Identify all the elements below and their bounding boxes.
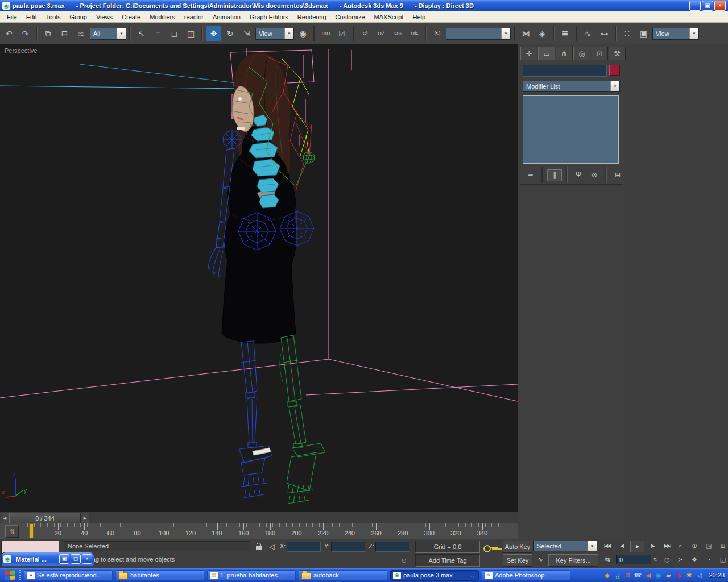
menu-file[interactable]: File xyxy=(2,13,22,22)
folder-sync-tray-icon[interactable]: ▰ xyxy=(664,571,672,579)
select-object-icon[interactable]: ↖ xyxy=(134,26,149,41)
select-and-rotate-icon[interactable]: ↻ xyxy=(222,26,238,41)
make-unique-icon[interactable]: Ψ xyxy=(572,170,585,181)
redo-icon[interactable]: ↷ xyxy=(18,26,33,41)
display-tab[interactable]: ⊡ xyxy=(591,47,608,60)
open-mini-curve-editor-icon[interactable]: ⇅ xyxy=(5,525,19,538)
pin-stack-icon[interactable]: ⊸ xyxy=(524,170,537,181)
x-coordinate-field[interactable] xyxy=(287,542,321,552)
task-document-prueba[interactable]: ▤1. prueba-habitantes... xyxy=(207,570,296,581)
menu-rendering[interactable]: Rendering xyxy=(293,13,331,22)
keyboard-override-icon[interactable]: ☑ xyxy=(334,26,350,41)
snap-toggle-3d-icon[interactable]: Ω³ xyxy=(357,26,373,41)
reference-coordinate-dropdown[interactable]: View▼ xyxy=(255,28,294,40)
menu-create[interactable]: Create xyxy=(117,13,145,22)
utilities-tab[interactable]: ⚒ xyxy=(609,47,626,60)
menu-modifiers[interactable]: Modifiers xyxy=(145,13,180,22)
task-media-player[interactable]: ◕Se está reproduciend... xyxy=(24,570,113,581)
schematic-view-icon[interactable]: ⊶ xyxy=(597,26,612,41)
menu-help[interactable]: Help xyxy=(408,13,431,22)
app-teal-tray-icon[interactable]: ◉ xyxy=(654,571,662,579)
rectangular-selection-region-icon[interactable]: ◻ xyxy=(167,26,182,41)
hierarchy-tab[interactable]: ⋔ xyxy=(556,47,573,60)
selection-filter-dropdown[interactable]: All▼ xyxy=(90,28,126,40)
remove-modifier-icon[interactable]: ⊘ xyxy=(588,170,601,181)
perspective-viewport[interactable]: x z y Perspective xyxy=(0,44,518,512)
go-to-end-button[interactable]: ▶▶| xyxy=(661,541,674,551)
ati-tray-icon[interactable]: ◆ xyxy=(675,571,682,579)
frame-spinner[interactable]: ⇅ xyxy=(652,555,659,564)
maximize-button[interactable]: ▢ xyxy=(71,554,81,564)
time-configuration-icon[interactable]: ◴ xyxy=(660,554,673,565)
track-bar[interactable]: ⇅ 02040608010012014016018020022024026028… xyxy=(0,523,518,539)
time-slider-handle[interactable]: 0 / 344 xyxy=(9,513,81,523)
menu-edit[interactable]: Edit xyxy=(22,13,42,22)
selection-lock-icon[interactable] xyxy=(253,541,265,552)
modify-tab[interactable]: ⌓ xyxy=(538,47,555,60)
curve-editor-icon[interactable]: ∿ xyxy=(580,26,595,41)
start-button[interactable] xyxy=(5,570,16,580)
create-tab[interactable]: ✛ xyxy=(520,47,537,60)
network-signal-tray-icon[interactable]: ⣴ xyxy=(613,571,621,579)
show-end-result-icon[interactable]: ∥ xyxy=(547,169,562,181)
menu-tools[interactable]: Tools xyxy=(42,13,65,22)
key-filters-button[interactable]: Key Filters... xyxy=(548,554,598,567)
unlink-selection-icon[interactable]: ⊟ xyxy=(57,26,72,41)
zoom-all-icon[interactable]: ⊕ xyxy=(688,541,701,551)
menu-views[interactable]: Views xyxy=(92,13,117,22)
modifier-list-dropdown[interactable]: Modifier List ▼ xyxy=(523,81,620,92)
previous-frame-arrow[interactable]: ◀ xyxy=(1,513,9,523)
absolute-mode-icon[interactable]: ◁ xyxy=(266,542,278,552)
network-error-tray-icon[interactable]: ⊠ xyxy=(623,571,631,579)
task-folder-autoback[interactable]: autoback xyxy=(299,570,387,581)
zoom-extents-icon[interactable]: ◳ xyxy=(702,541,715,551)
select-and-link-icon[interactable]: ⧉ xyxy=(40,26,56,41)
angle-snap-icon[interactable]: Ω∠ xyxy=(374,26,389,41)
menu-graph-editors[interactable]: Graph Editors xyxy=(245,13,293,22)
task-3dsmax[interactable]: ◉paula pose 3.max... xyxy=(390,570,479,581)
task-folder-habitantes[interactable]: habitantes xyxy=(115,570,204,581)
task-photoshop[interactable]: ✑Adobe Photoshop xyxy=(482,570,570,581)
restore-button[interactable]: ▣ xyxy=(59,554,69,564)
object-color-swatch[interactable] xyxy=(609,65,620,76)
undo-icon[interactable]: ↶ xyxy=(1,26,16,41)
key-mode-dropdown[interactable]: Selected ▼ xyxy=(533,541,597,551)
modifier-stack[interactable] xyxy=(523,95,619,164)
layer-manager-icon[interactable]: ≣ xyxy=(557,26,573,41)
align-icon[interactable]: ◈ xyxy=(535,26,550,41)
menu-customize[interactable]: Customize xyxy=(331,13,370,22)
zoom-icon[interactable]: ⌕ xyxy=(673,541,686,551)
auto-key-button[interactable]: Auto Key xyxy=(503,541,532,553)
render-type-dropdown[interactable]: View▼ xyxy=(652,28,699,40)
menu-maxscript[interactable]: MAXScript xyxy=(370,13,408,22)
material-editor-icon[interactable]: ∷ xyxy=(619,26,635,41)
go-to-start-button[interactable]: |◀◀ xyxy=(601,541,614,551)
communicator-icon[interactable]: ⊙ xyxy=(398,556,410,565)
material-editor-window[interactable]: ◉ Material ... ▣▢× xyxy=(1,552,94,566)
pan-icon[interactable]: ❖ xyxy=(688,554,701,565)
audio-tray-icon[interactable]: ◁ xyxy=(695,571,703,579)
current-frame-field[interactable]: 0 xyxy=(616,555,651,564)
next-frame-button[interactable]: |▶ xyxy=(646,541,659,551)
update-gear-tray-icon[interactable]: ✱ xyxy=(685,571,693,579)
y-coordinate-field[interactable] xyxy=(331,542,365,552)
next-frame-arrow[interactable]: ▶ xyxy=(81,513,89,523)
menu-animation[interactable]: Animation xyxy=(208,13,245,22)
current-frame-marker[interactable] xyxy=(29,523,34,538)
restore-button[interactable]: ▣ xyxy=(702,1,713,11)
viewport-label[interactable]: Perspective xyxy=(5,47,37,54)
motion-tab[interactable]: ◎ xyxy=(573,47,590,60)
percent-snap-icon[interactable]: Ω% xyxy=(390,26,406,41)
menu-group[interactable]: Group xyxy=(65,13,92,22)
messenger-tray-icon[interactable]: ☎ xyxy=(634,571,642,579)
previous-frame-button[interactable]: ◀| xyxy=(615,541,628,551)
window-crossing-icon[interactable]: ◫ xyxy=(183,26,198,41)
configure-modifier-sets-icon[interactable]: ⊞ xyxy=(611,170,624,181)
bind-to-space-warp-icon[interactable]: ≋ xyxy=(73,26,89,41)
set-key-mode-icon[interactable] xyxy=(482,543,499,551)
time-slider[interactable]: ◀ 0 / 344 ▶ xyxy=(0,512,518,523)
z-coordinate-field[interactable] xyxy=(375,542,410,552)
minimize-button[interactable]: — xyxy=(689,1,701,11)
spinner-snap-icon[interactable]: Ω⇅ xyxy=(407,26,422,41)
close-button[interactable]: × xyxy=(82,554,92,564)
